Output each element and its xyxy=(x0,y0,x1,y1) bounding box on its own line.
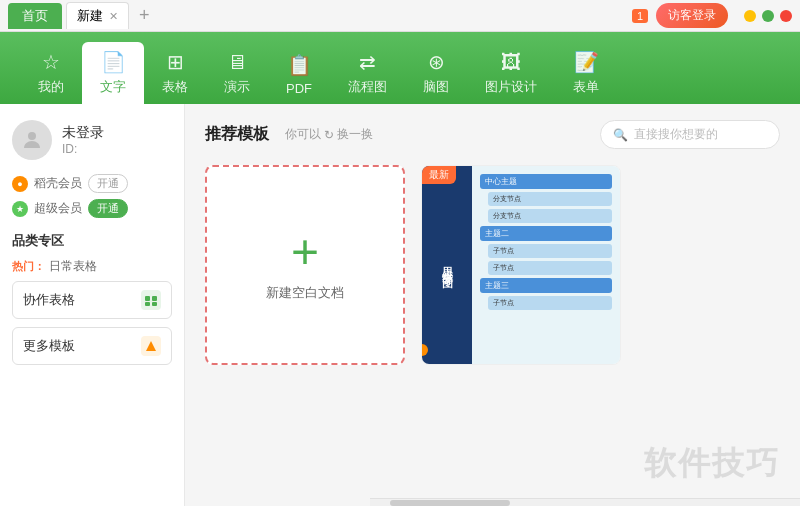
rice-member-label: 稻壳会员 xyxy=(34,175,82,192)
minimize-button[interactable] xyxy=(744,10,756,22)
hot-tag: 热门： 日常表格 xyxy=(12,258,172,275)
you-can-text: 你可以 xyxy=(285,126,321,143)
nav-item-mind[interactable]: ⊛ 脑图 xyxy=(405,42,467,104)
rice-member-icon: ● xyxy=(12,176,28,192)
refresh-icon: ↻ xyxy=(324,128,334,142)
super-open-button[interactable]: 开通 xyxy=(88,199,128,218)
nav-label-table: 表格 xyxy=(162,78,188,96)
new-doc-label: 新建空白文档 xyxy=(266,284,344,302)
refresh-button[interactable]: 你可以 ↻ 换一换 xyxy=(285,126,373,143)
svg-rect-2 xyxy=(152,296,157,301)
nav-label-mind: 脑图 xyxy=(423,78,449,96)
svg-rect-3 xyxy=(145,302,150,306)
mind-icon: ⊛ xyxy=(428,50,445,74)
mindmap-node-3: 分支节点 xyxy=(488,209,612,223)
tab-bar: 首页 新建 ✕ + xyxy=(8,2,632,29)
nav-item-text[interactable]: 📄 文字 xyxy=(82,42,144,104)
mindmap-card[interactable]: 最新 思维导图 中心主题 分支节点 分支节点 主题二 子节点 子节点 主题三 子… xyxy=(421,165,621,365)
more-icon xyxy=(141,336,161,356)
avatar xyxy=(12,120,52,160)
nav-item-pdf[interactable]: 📋 PDF xyxy=(268,45,330,104)
new-badge: 最新 xyxy=(422,166,456,184)
maximize-button[interactable] xyxy=(762,10,774,22)
tab-home[interactable]: 首页 xyxy=(8,3,62,29)
table-icon: ⊞ xyxy=(167,50,184,74)
scroll-bar[interactable] xyxy=(370,498,800,506)
username: 未登录 xyxy=(62,124,104,142)
nav-label-mine: 我的 xyxy=(38,78,64,96)
mindmap-node-2: 分支节点 xyxy=(488,192,612,206)
search-placeholder: 直接搜你想要的 xyxy=(634,126,718,143)
tab-new[interactable]: 新建 ✕ xyxy=(66,2,129,29)
templates-grid: + 新建空白文档 最新 思维导图 中心主题 分支节点 分支节点 主题二 子节点 … xyxy=(205,165,780,365)
nav-label-text: 文字 xyxy=(100,78,126,96)
super-member-label: 超级会员 xyxy=(34,200,82,217)
nav-label-present: 演示 xyxy=(224,78,250,96)
nav-item-table[interactable]: ⊞ 表格 xyxy=(144,42,206,104)
search-icon: 🔍 xyxy=(613,128,628,142)
search-box[interactable]: 🔍 直接搜你想要的 xyxy=(600,120,780,149)
nav-item-design[interactable]: 🖼 图片设计 xyxy=(467,43,555,104)
nav-label-flow: 流程图 xyxy=(348,78,387,96)
category-title: 品类专区 xyxy=(12,232,172,250)
tab-new-label: 新建 xyxy=(77,7,103,25)
user-info: 未登录 ID: xyxy=(62,124,104,156)
svg-point-0 xyxy=(28,132,36,140)
rice-open-button[interactable]: 开通 xyxy=(88,174,128,193)
content-header: 推荐模板 你可以 ↻ 换一换 🔍 直接搜你想要的 xyxy=(205,120,780,149)
more-templates-label: 更多模板 xyxy=(23,337,75,355)
form-icon: 📝 xyxy=(574,50,599,74)
hot-item: 日常表格 xyxy=(49,258,97,275)
more-templates-button[interactable]: 更多模板 xyxy=(12,327,172,365)
navbar: ☆ 我的 📄 文字 ⊞ 表格 🖥 演示 📋 PDF ⇄ 流程图 ⊛ 脑图 🖼 xyxy=(0,32,800,104)
mindmap-content: 思维导图 中心主题 分支节点 分支节点 主题二 子节点 子节点 主题三 子节点 xyxy=(422,166,620,364)
collab-label: 协作表格 xyxy=(23,291,75,309)
mindmap-node-6: 子节点 xyxy=(488,261,612,275)
visitor-login-button[interactable]: 访客登录 xyxy=(656,3,728,28)
refresh-label: 换一换 xyxy=(337,126,373,143)
window-controls xyxy=(744,10,792,22)
svg-rect-1 xyxy=(145,296,150,301)
nav-item-mine[interactable]: ☆ 我的 xyxy=(20,42,82,104)
mindmap-title: 思维导图 xyxy=(422,166,472,364)
close-button[interactable] xyxy=(780,10,792,22)
member-row-rice: ● 稻壳会员 开通 xyxy=(12,174,172,193)
nav-item-flow[interactable]: ⇄ 流程图 xyxy=(330,42,405,104)
super-member-icon: ★ xyxy=(12,201,28,217)
titlebar: 首页 新建 ✕ + 1 访客登录 xyxy=(0,0,800,32)
titlebar-controls: 1 访客登录 xyxy=(632,3,792,28)
user-id: ID: xyxy=(62,142,104,156)
pdf-icon: 📋 xyxy=(287,53,312,77)
nav-label-form: 表单 xyxy=(573,78,599,96)
notification-badge: 1 xyxy=(632,9,648,23)
mindmap-node-5: 子节点 xyxy=(488,244,612,258)
hot-label: 热门： xyxy=(12,259,45,274)
sidebar-collab-button[interactable]: 协作表格 xyxy=(12,281,172,319)
mine-icon: ☆ xyxy=(42,50,60,74)
svg-marker-5 xyxy=(146,341,156,351)
mindmap-node-8: 子节点 xyxy=(488,296,612,310)
user-section: 未登录 ID: xyxy=(12,120,172,160)
main-area: 未登录 ID: ● 稻壳会员 开通 ★ 超级会员 开通 品类专区 热门： 日常表… xyxy=(0,104,800,506)
design-icon: 🖼 xyxy=(501,51,521,74)
content-area: 推荐模板 你可以 ↻ 换一换 🔍 直接搜你想要的 + 新建空白文档 最新 思维导… xyxy=(185,104,800,506)
nav-item-present[interactable]: 🖥 演示 xyxy=(206,43,268,104)
flow-icon: ⇄ xyxy=(359,50,376,74)
mindmap-node-7: 主题三 xyxy=(480,278,612,293)
mindmap-node-1: 中心主题 xyxy=(480,174,612,189)
nav-item-form[interactable]: 📝 表单 xyxy=(555,42,617,104)
plus-icon: + xyxy=(291,228,319,276)
nav-label-pdf: PDF xyxy=(286,81,312,96)
member-row-super: ★ 超级会员 开通 xyxy=(12,199,172,218)
watermark: 软件技巧 xyxy=(644,442,780,486)
text-icon: 📄 xyxy=(101,50,126,74)
scroll-thumb[interactable] xyxy=(390,500,510,506)
mindmap-diagram: 中心主题 分支节点 分支节点 主题二 子节点 子节点 主题三 子节点 xyxy=(472,166,620,364)
close-tab-icon[interactable]: ✕ xyxy=(109,10,118,23)
member-section: ● 稻壳会员 开通 ★ 超级会员 开通 xyxy=(12,174,172,218)
add-tab-button[interactable]: + xyxy=(133,5,156,26)
mindmap-node-4: 主题二 xyxy=(480,226,612,241)
new-doc-card[interactable]: + 新建空白文档 xyxy=(205,165,405,365)
nav-items: ☆ 我的 📄 文字 ⊞ 表格 🖥 演示 📋 PDF ⇄ 流程图 ⊛ 脑图 🖼 xyxy=(0,42,800,104)
collab-icon xyxy=(141,290,161,310)
